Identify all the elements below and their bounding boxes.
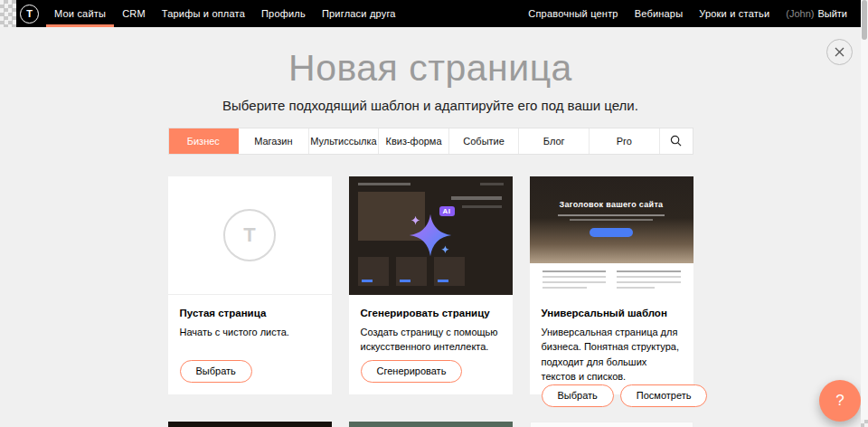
user-session: (John) Выйти bbox=[778, 8, 855, 19]
corner-checker-pattern bbox=[0, 0, 16, 27]
preview-decor bbox=[542, 281, 607, 283]
main-content: Новая страница Выберите подходящий шабло… bbox=[0, 27, 861, 427]
preview-hero: Заголовок вашего сайта bbox=[530, 176, 693, 263]
preview-decor bbox=[358, 257, 389, 286]
preview-text-section bbox=[530, 263, 693, 295]
nav-profile[interactable]: Профиль bbox=[253, 0, 314, 27]
nav-lessons-articles[interactable]: Уроки и статьи bbox=[691, 0, 778, 27]
template-category-tabs: Бизнес Магазин Мультиссылка Квиз-форма С… bbox=[168, 128, 693, 155]
preview-decor bbox=[617, 287, 655, 289]
nav-my-sites[interactable]: Мои сайты bbox=[46, 0, 114, 27]
universal-template-preview[interactable]: Заголовок вашего сайта bbox=[530, 176, 693, 295]
tab-multilink[interactable]: Мультиссылка bbox=[309, 128, 380, 154]
tab-shop[interactable]: Магазин bbox=[239, 128, 309, 154]
card-body: Сгенерировать страницу Создать страницу … bbox=[349, 295, 513, 394]
tab-search[interactable] bbox=[660, 128, 693, 154]
nav-help-center[interactable]: Справочный центр bbox=[520, 0, 626, 27]
page-subtitle: Выберите подходящий шаблон и адаптируйте… bbox=[0, 98, 861, 113]
preview-decor bbox=[617, 270, 681, 292]
preview-blue-button bbox=[590, 228, 633, 237]
preview-decor bbox=[438, 280, 448, 282]
nav-invite-friend[interactable]: Пригласи друга bbox=[314, 0, 404, 27]
scrollbar-thumb[interactable] bbox=[862, 0, 867, 40]
choose-button[interactable]: Выбрать bbox=[542, 384, 614, 407]
tilda-logo-icon[interactable]: T bbox=[20, 5, 39, 24]
tilda-circle-logo-icon: T bbox=[223, 209, 276, 261]
card-title: Пустая страница bbox=[180, 308, 320, 318]
card-buttons: Выбрать bbox=[180, 360, 320, 383]
tilda-circle-logo-letter: T bbox=[243, 223, 255, 247]
preview-decor bbox=[542, 276, 607, 278]
ai-generate-preview[interactable]: AI bbox=[349, 176, 513, 295]
preview-decor bbox=[617, 276, 681, 278]
corner-checker-pattern bbox=[861, 420, 868, 427]
card-title: Сгенерировать страницу bbox=[361, 308, 501, 318]
card-body: Универсальный шаблон Универсальная стран… bbox=[530, 295, 693, 419]
nav-crm[interactable]: CRM bbox=[114, 0, 154, 27]
preview-decor bbox=[358, 183, 410, 185]
card-body: Пустая страница Начать с чистого листа. … bbox=[168, 295, 332, 394]
card-universal-template: Заголовок вашего сайта bbox=[530, 176, 693, 394]
preview-decor bbox=[542, 287, 587, 289]
choose-button[interactable]: Выбрать bbox=[180, 360, 252, 383]
ai-sparkle-icon bbox=[404, 209, 457, 261]
card-buttons: Выбрать Посмотреть bbox=[542, 384, 682, 407]
search-icon bbox=[670, 135, 682, 147]
tilda-logo-letter: T bbox=[26, 8, 33, 19]
preview-decor bbox=[480, 183, 504, 185]
preview-decor bbox=[558, 214, 665, 216]
next-template-card[interactable] bbox=[168, 422, 332, 427]
nav-tariffs-payment[interactable]: Тарифы и оплата bbox=[154, 0, 253, 27]
card-buttons: Сгенерировать bbox=[361, 360, 501, 383]
card-description: Создать страницу с помощью искусственног… bbox=[361, 325, 501, 355]
card-description: Универсальная страница для бизнеса. Поня… bbox=[542, 325, 682, 384]
template-cards: T Пустая страница Начать с чистого листа… bbox=[168, 176, 693, 394]
next-template-card[interactable] bbox=[530, 422, 693, 427]
preview-decor bbox=[617, 270, 681, 272]
next-template-card[interactable] bbox=[349, 422, 513, 427]
preview-decor bbox=[400, 280, 410, 282]
blank-page-preview[interactable]: T bbox=[168, 176, 332, 295]
preview-site-heading: Заголовок вашего сайта bbox=[560, 200, 664, 209]
ai-badge: AI bbox=[439, 206, 455, 216]
card-description: Начать с чистого листа. bbox=[180, 325, 320, 340]
tab-business[interactable]: Бизнес bbox=[169, 128, 240, 154]
generate-button[interactable]: Сгенерировать bbox=[361, 360, 463, 383]
preview-decor bbox=[451, 196, 502, 200]
page-title: Новая страница bbox=[0, 47, 861, 90]
preview-decor bbox=[542, 270, 607, 292]
scrollbar-track[interactable] bbox=[861, 0, 868, 427]
preview-decor bbox=[462, 205, 502, 208]
tab-pro[interactable]: Pro bbox=[590, 128, 660, 154]
logout-link[interactable]: Выйти bbox=[817, 8, 847, 19]
tab-event[interactable]: Событие bbox=[449, 128, 520, 154]
nav-webinars[interactable]: Вебинары bbox=[627, 0, 692, 27]
preview-decor bbox=[362, 280, 373, 282]
preview-decor bbox=[542, 270, 607, 272]
preview-decor bbox=[570, 219, 653, 221]
card-title: Универсальный шаблон bbox=[542, 308, 682, 318]
card-generate-page: AI Сгенерировать страницу Создать страни… bbox=[349, 176, 513, 394]
view-button[interactable]: Посмотреть bbox=[620, 384, 708, 407]
topbar-nav-left: Мои сайты CRM Тарифы и оплата Профиль Пр… bbox=[46, 0, 404, 27]
preview-decor bbox=[617, 281, 681, 283]
card-blank-page: T Пустая страница Начать с чистого листа… bbox=[168, 176, 332, 394]
user-name: (John) bbox=[786, 8, 814, 19]
tab-quiz-form[interactable]: Квиз-форма bbox=[379, 128, 449, 154]
tab-blog[interactable]: Блог bbox=[519, 128, 590, 154]
topbar: T Мои сайты CRM Тарифы и оплата Профиль … bbox=[0, 0, 861, 27]
topbar-nav-right: Справочный центр Вебинары Уроки и статьи… bbox=[520, 0, 855, 27]
question-icon: ? bbox=[835, 392, 844, 410]
next-template-row bbox=[168, 422, 693, 427]
help-button[interactable]: ? bbox=[819, 380, 861, 422]
